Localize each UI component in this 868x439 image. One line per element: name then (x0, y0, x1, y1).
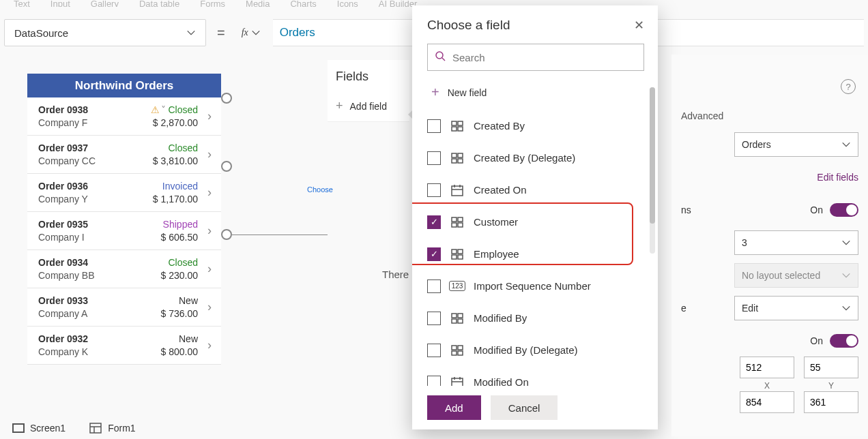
chevron-right-icon[interactable]: › (198, 338, 212, 352)
field-search-box[interactable] (427, 44, 644, 71)
choose-field-title: Choose a field (427, 18, 510, 33)
order-id: Order 0933 (38, 295, 161, 306)
snap-columns-label: ns (681, 205, 691, 215)
connector-line (232, 234, 328, 235)
field-checkbox[interactable]: ✓ (427, 215, 441, 229)
field-checkbox[interactable] (427, 183, 441, 197)
field-checkbox[interactable] (427, 279, 441, 293)
x-input[interactable] (740, 357, 794, 378)
chevron-right-icon[interactable]: › (198, 185, 212, 200)
chevron-right-icon[interactable]: › (198, 147, 212, 162)
tree-screen-node[interactable]: Screen1 (12, 423, 66, 434)
width-input[interactable] (740, 391, 794, 413)
field-item[interactable]: Modified On (427, 366, 648, 386)
order-amount: $ 736.00 (161, 308, 199, 319)
order-row[interactable]: Order 0935Shipped›Company I$ 606.50 (27, 212, 221, 250)
properties-panel: ? Advanced Orders Edit fields ns On 3 No… (671, 55, 868, 436)
svg-rect-3 (458, 121, 463, 125)
property-dropdown-label: DataSource (14, 27, 68, 39)
order-status: Invoiced (153, 181, 198, 192)
close-icon[interactable]: ✕ (634, 18, 644, 33)
chevron-right-icon[interactable]: › (198, 109, 212, 123)
field-item[interactable]: 123Import Sequence Number (427, 270, 648, 302)
lookup-icon (450, 151, 464, 165)
order-row[interactable]: Order 0936Invoiced›Company Y$ 1,170.00 (27, 174, 221, 212)
svg-rect-20 (452, 255, 457, 259)
field-type-icon (450, 183, 464, 197)
field-type-icon (450, 247, 464, 261)
order-row[interactable]: Order 0933New›Company A$ 736.00 (27, 288, 221, 327)
field-item[interactable]: ✓Customer (427, 206, 648, 238)
scrollbar-thumb[interactable] (650, 87, 655, 224)
field-item[interactable]: Modified By (Delegate) (427, 334, 648, 366)
fields-panel-title: Fields (328, 60, 409, 93)
resize-handle[interactable] (221, 161, 232, 172)
chevron-right-icon[interactable]: › (198, 300, 212, 314)
field-item[interactable]: Modified By (427, 302, 648, 334)
datasource-dropdown[interactable]: Orders (734, 132, 858, 157)
height-input[interactable] (804, 391, 858, 413)
chevron-down-icon (841, 271, 851, 280)
field-list[interactable]: Created ByCreated By (Delegate)Created O… (412, 107, 658, 386)
field-checkbox[interactable] (427, 376, 441, 387)
mode-dropdown[interactable]: Edit (734, 296, 858, 320)
svg-line-1 (442, 58, 445, 61)
field-checkbox[interactable] (427, 312, 441, 325)
order-row[interactable]: Order 0932New›Company K$ 800.00 (27, 327, 221, 365)
y-input[interactable] (804, 357, 858, 378)
field-checkbox[interactable] (427, 151, 441, 165)
svg-rect-8 (452, 159, 457, 163)
svg-rect-23 (458, 314, 463, 318)
svg-rect-9 (458, 159, 463, 163)
svg-rect-14 (452, 217, 457, 222)
field-checkbox[interactable]: ✓ (427, 247, 441, 261)
edit-fields-link[interactable]: Edit fields (817, 172, 858, 183)
field-item[interactable]: Created On (427, 174, 648, 206)
columns-value: 3 (742, 237, 747, 248)
add-button[interactable]: Add (427, 395, 481, 420)
columns-dropdown[interactable]: 3 (734, 230, 858, 255)
field-type-icon (450, 119, 464, 133)
order-row[interactable]: Order 0937Closed›Company CC$ 3,810.00 (27, 136, 221, 174)
order-amount: $ 800.00 (161, 346, 199, 357)
field-checkbox[interactable] (427, 119, 441, 133)
choose-hint: Choose (307, 185, 333, 194)
lookup-icon (450, 247, 464, 261)
y-label: Y (828, 381, 834, 391)
new-field-button[interactable]: + New field (412, 75, 658, 107)
order-company: Company I (38, 232, 161, 243)
snap-columns-toggle[interactable] (830, 203, 858, 217)
chevron-right-icon[interactable]: › (198, 224, 212, 238)
warning-icon: ⚠ (151, 104, 160, 115)
cancel-button[interactable]: Cancel (491, 395, 558, 420)
svg-rect-21 (458, 255, 463, 259)
order-amount: $ 3,810.00 (153, 155, 198, 166)
resize-handle[interactable] (221, 93, 232, 104)
resize-handle[interactable] (221, 229, 232, 240)
lookup-icon (450, 215, 464, 229)
tree-form-node[interactable]: Form1 (89, 421, 135, 435)
datasource-value: Orders (742, 139, 771, 150)
field-search-input[interactable] (452, 52, 637, 63)
orders-gallery[interactable]: Northwind Orders Order 0938⚠˅ Closed›Com… (27, 74, 221, 365)
field-item[interactable]: Created By (Delegate) (427, 142, 648, 174)
x-label: X (764, 381, 770, 391)
field-item[interactable]: ✓Employee (427, 238, 648, 270)
add-field-label: Add field (350, 101, 387, 112)
layout-dropdown: No layout selected (734, 263, 858, 288)
lookup-icon (450, 344, 464, 357)
order-status: New (161, 333, 199, 344)
order-row[interactable]: Order 0938⚠˅ Closed›Company F$ 2,870.00 (27, 97, 221, 136)
visible-toggle[interactable] (830, 334, 858, 348)
chevron-right-icon[interactable]: › (198, 262, 212, 276)
property-dropdown[interactable]: DataSource (4, 19, 206, 46)
field-item[interactable]: Created By (427, 110, 648, 142)
field-checkbox[interactable] (427, 344, 441, 357)
field-type-icon (450, 376, 464, 387)
tab-advanced[interactable]: Advanced (681, 110, 723, 128)
no-fields-text: There (382, 269, 409, 280)
help-icon[interactable]: ? (841, 79, 856, 94)
add-field-button[interactable]: + Add field (328, 93, 409, 122)
order-row[interactable]: Order 0934Closed›Company BB$ 230.00 (27, 250, 221, 288)
fx-button[interactable]: fx (236, 19, 266, 46)
